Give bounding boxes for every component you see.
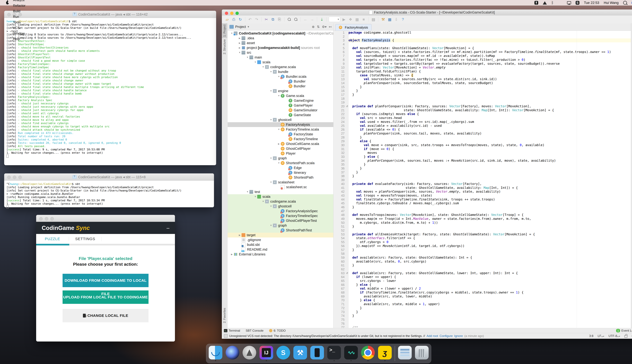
- tree-row-src[interactable]: ▼src: [228, 50, 333, 55]
- tree-row-scala[interactable]: ▼scala: [228, 60, 333, 64]
- menu-window[interactable]: Window: [10, 30, 35, 36]
- copy-icon[interactable]: ⧉: [270, 16, 276, 22]
- help-icon[interactable]: ?: [400, 16, 406, 22]
- ignore-link[interactable]: Ignore: [454, 334, 463, 338]
- dock-activity-monitor[interactable]: [344, 346, 358, 361]
- tree-row-codingame.scala[interactable]: ▼codingame.scala: [228, 199, 333, 204]
- paste-icon[interactable]: ⎘: [277, 16, 282, 22]
- editor-gutter[interactable]: 1234567891011121314151617181920↺21222324…: [334, 31, 348, 328]
- tree-toggle-icon[interactable]: ▼: [277, 94, 281, 97]
- menu-vcs[interactable]: VCS: [10, 25, 35, 30]
- tree-row-itinerary[interactable]: CItinerary: [228, 170, 333, 175]
- tree-toggle-icon[interactable]: ▼: [277, 162, 281, 164]
- tree-row-gamesimulator[interactable]: OGameSimulator: [228, 108, 333, 112]
- change-local-file-button[interactable]: CHANGE LOCAL FILE: [62, 309, 148, 322]
- open-icon[interactable]: ▱: [224, 16, 230, 22]
- line-separator-widget[interactable]: LF▲▼: [598, 334, 604, 338]
- menu-analyze[interactable]: Analyze: [10, 0, 35, 3]
- tree-row-target[interactable]: ▶target: [228, 233, 333, 238]
- tree-row-build.sbt[interactable]: build.sbt: [228, 242, 333, 247]
- tree-row-player[interactable]: OPlayer: [228, 151, 333, 156]
- ide-titlebar[interactable]: FactoryAnalysis.scala - CG-Scala-Starter…: [222, 10, 632, 16]
- dock-xcode[interactable]: [293, 346, 307, 361]
- sync-titlebar[interactable]: [36, 215, 175, 222]
- tree-row-shortestpathtest[interactable]: CShortestPathTest: [228, 228, 333, 233]
- replace-icon[interactable]: [293, 16, 298, 22]
- tree-toggle-icon[interactable]: ▼: [269, 118, 273, 121]
- tree-row-.idea[interactable]: ▶.idea: [228, 36, 333, 40]
- tab-settings[interactable]: SETTINGS: [69, 237, 102, 241]
- find-icon[interactable]: [286, 16, 292, 22]
- cut-icon[interactable]: ✂: [264, 16, 269, 22]
- spotlight-icon[interactable]: [623, 1, 627, 5]
- encoding-widget[interactable]: UTF-8▲▼: [608, 334, 620, 338]
- dock-simulator[interactable]: [310, 346, 324, 361]
- menu-tools[interactable]: Tools: [10, 20, 35, 25]
- redo-icon[interactable]: ↷: [254, 16, 259, 22]
- toolwindow-tab-sbt-console[interactable]: SBT Console: [246, 329, 264, 332]
- dock-trash[interactable]: [415, 346, 429, 361]
- tree-toggle-icon[interactable]: ▼: [269, 224, 273, 227]
- toolwindow-tab-favorites[interactable]: 2: Favorites: [222, 306, 227, 324]
- toolwindow-tab-todo[interactable]: 6: TODO: [269, 329, 286, 332]
- airplay-icon[interactable]: [567, 1, 571, 4]
- chevron-down-icon[interactable]: ▼: [247, 26, 250, 28]
- tree-row-bundle[interactable]: ▼bundle: [228, 70, 333, 74]
- settings-icon[interactable]: ⚒: [380, 16, 386, 22]
- tree-toggle-icon[interactable]: ▼: [269, 90, 273, 92]
- dock-siri[interactable]: [225, 346, 240, 361]
- menu-clock[interactable]: Tue 22:53: [584, 1, 599, 5]
- tree-toggle-icon[interactable]: ▼: [246, 56, 250, 59]
- install-icon[interactable]: ⇩: [394, 16, 399, 22]
- toolwindow-toggle-icon[interactable]: [224, 334, 228, 338]
- tree-row-scalasheet.sc[interactable]: scalasheet.sc: [228, 185, 333, 190]
- add-root-link[interactable]: Add root: [426, 334, 438, 338]
- toolwindow-tab-maven-projects[interactable]: Maven Projects: [632, 64, 632, 90]
- tree-row-factoryanalysis[interactable]: OFactoryAnalysis: [228, 122, 333, 127]
- menu-run[interactable]: Run: [10, 14, 35, 20]
- undo-icon[interactable]: ↶: [247, 16, 253, 22]
- tree-row-factorytimeline.scala[interactable]: ▼OFactoryTimeline.scala: [228, 127, 333, 132]
- tree-toggle-icon[interactable]: ▼: [246, 190, 250, 193]
- upload-button[interactable]: UPLOAD FROM LOCAL FILE TO CODINGAME: [62, 290, 148, 304]
- save-icon[interactable]: ⎙: [231, 16, 236, 22]
- stop-icon[interactable]: ■: [361, 16, 366, 22]
- debug-icon[interactable]: ❖: [348, 16, 353, 22]
- tree-row-graph[interactable]: ▼graph: [228, 223, 333, 228]
- tree-toggle-icon[interactable]: ▶: [238, 37, 242, 40]
- dock-intellij-idea[interactable]: [259, 346, 274, 361]
- tree-toggle-icon[interactable]: ▼: [277, 128, 281, 131]
- apple-menu-icon[interactable]: [6, 1, 9, 4]
- forward-icon[interactable]: →: [309, 16, 315, 22]
- toolwindow-tab-sbt[interactable]: SBT: [632, 32, 632, 44]
- tree-toggle-icon[interactable]: ▼: [230, 32, 234, 35]
- tree-row-edge[interactable]: CEdge: [228, 166, 333, 170]
- tree-toggle-icon[interactable]: ▶: [277, 142, 281, 145]
- tree-row-ghostcellplayertest[interactable]: CGhostCellPlayerTest: [228, 218, 333, 223]
- toolwindow-tab-event-log[interactable]: 1Event Log: [616, 329, 632, 332]
- menu-refactor[interactable]: Refactor: [10, 3, 35, 8]
- tree-row-codingamescalakit[interactable]: ▼CodinGameScalaKit [codingamescalakit] ~…: [228, 31, 333, 36]
- editor-area[interactable]: O FactoryAnalysis 1234567891011121314151…: [334, 23, 631, 328]
- profile-icon[interactable]: ▤: [370, 16, 376, 22]
- tree-row-ghostcellplayer[interactable]: OGhostCellPlayer: [228, 146, 333, 151]
- tree-row-factorytimelinespec[interactable]: CFactoryTimelineSpec: [228, 214, 333, 218]
- terminal1-output[interactable]: hwang:~/Developer/ai/CodinGameScalaKit$ …: [4, 18, 216, 160]
- wifi-icon[interactable]: [558, 1, 562, 4]
- tree-toggle-icon[interactable]: ▼: [261, 66, 265, 68]
- configure-link[interactable]: Configure: [440, 334, 453, 338]
- dock-skype[interactable]: S: [276, 346, 290, 361]
- tree-toggle-icon[interactable]: ▼: [238, 51, 242, 54]
- tree-toggle-icon[interactable]: ▼: [254, 61, 257, 64]
- tree-toggle-icon[interactable]: ▶: [238, 46, 242, 49]
- menu-user[interactable]: Hui Wang: [604, 1, 618, 5]
- coverage-icon[interactable]: ▦: [354, 16, 360, 22]
- tree-row-bundler.scala[interactable]: ▼CBundler.scala: [228, 74, 333, 79]
- dock-finder[interactable]: [208, 346, 222, 361]
- locate-icon[interactable]: ⊕: [312, 25, 314, 29]
- tree-row-ghostcell[interactable]: ▼ghostcell: [228, 118, 333, 122]
- tree-row-readme.md[interactable]: README.md: [228, 247, 333, 252]
- tree-row-test[interactable]: ▼test: [228, 190, 333, 194]
- tree-row-gameengine[interactable]: TGameEngine: [228, 98, 333, 103]
- download-button[interactable]: DOWNLOAD FROM CODINGAME TO LOCAL FILE: [62, 274, 148, 287]
